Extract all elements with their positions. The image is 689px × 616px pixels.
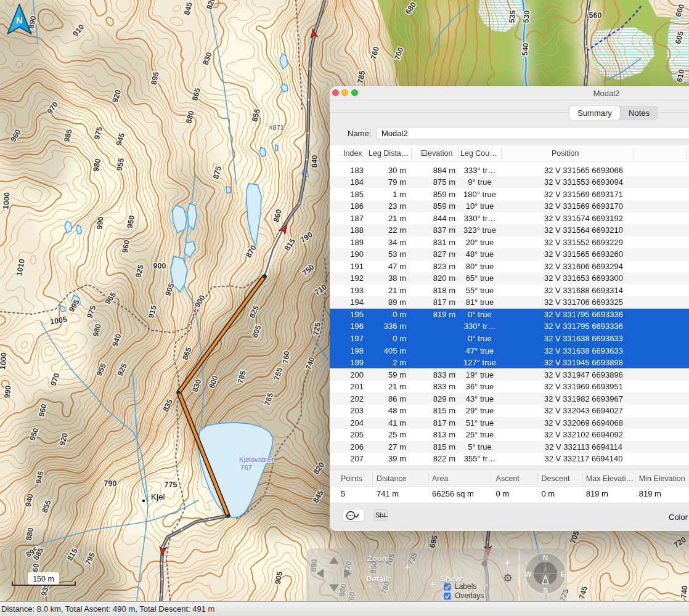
svg-text:900: 900 [153, 262, 166, 270]
svg-text:+: + [430, 578, 436, 589]
svg-text:767: 767 [240, 464, 252, 471]
svg-text:S: S [543, 586, 548, 594]
svg-text:535: 535 [508, 10, 518, 23]
svg-text:990: 990 [3, 385, 13, 399]
svg-text:E: E [560, 570, 565, 578]
svg-text:N: N [543, 554, 548, 561]
svg-text:-: - [369, 580, 372, 591]
svg-text:N: N [16, 15, 23, 25]
svg-text:Kjel: Kjel [151, 492, 165, 501]
svg-text:+: + [504, 556, 511, 569]
svg-text:540: 540 [521, 43, 531, 56]
svg-text:990: 990 [96, 216, 105, 230]
svg-text:775: 775 [165, 480, 177, 489]
svg-text:Labels: Labels [455, 582, 476, 591]
svg-text:+: + [405, 561, 410, 572]
svg-text:760: 760 [282, 351, 292, 364]
svg-text:×871: ×871 [269, 124, 284, 131]
svg-text:790: 790 [104, 479, 117, 488]
svg-text:Kjelsvatnet: Kjelsvatnet [239, 456, 274, 463]
svg-text:150 m: 150 m [33, 575, 54, 583]
svg-text:1000: 1000 [0, 352, 9, 370]
svg-text:W: W [525, 570, 532, 578]
svg-text:560: 560 [589, 11, 602, 20]
svg-text:Overlays: Overlays [455, 591, 484, 600]
svg-text:-: - [369, 561, 372, 572]
svg-text:530: 530 [522, 10, 532, 23]
svg-text:1000: 1000 [1, 192, 11, 210]
svg-text:840: 840 [310, 155, 319, 168]
svg-text:740: 740 [680, 585, 689, 599]
